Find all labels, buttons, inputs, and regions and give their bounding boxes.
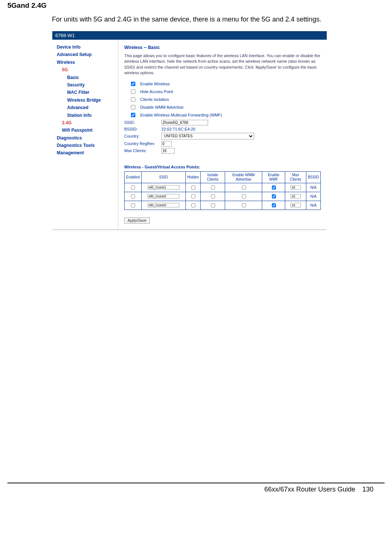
- country-label: Country:: [124, 134, 161, 138]
- page-footer: 66xx/67xx Router Users Guide 130: [7, 483, 385, 493]
- nav-basic[interactable]: Basic: [57, 74, 118, 81]
- disable-wmm-checkbox[interactable]: [131, 105, 135, 109]
- clients-isolation-checkbox[interactable]: [131, 97, 135, 102]
- section-heading: 5Gand 2.4G: [7, 0, 385, 10]
- enable-wireless-checkbox[interactable]: [131, 82, 135, 86]
- disable-wmm-label: Disable WMM Advertise: [140, 105, 184, 109]
- bssid-label: BSSID:: [124, 127, 161, 131]
- th-max-clients: Max Clients: [285, 171, 306, 183]
- vap-table: Enabled SSID Hidden Isolate Clients Enab…: [124, 171, 321, 210]
- row-hidden-checkbox[interactable]: [191, 194, 195, 198]
- ssid-label: SSID:: [124, 120, 161, 125]
- footer-guide-title: 66xx/67xx Router Users Guide: [264, 486, 355, 493]
- th-bssid: BSSID: [306, 171, 320, 183]
- nav-advanced-setup[interactable]: Advanced Setup: [57, 51, 118, 58]
- th-wmf: Enable WMF: [262, 171, 285, 183]
- nav-security[interactable]: Security: [57, 81, 118, 89]
- country-regrev-input[interactable]: [161, 141, 172, 147]
- row-ssid-input[interactable]: [148, 194, 179, 198]
- th-isolate: Isolate Clients: [201, 171, 225, 183]
- bssid-value: 22:02:71:6C:E4:20: [161, 127, 195, 131]
- country-select[interactable]: UNITED STATES: [161, 133, 254, 139]
- footer-page-number: 130: [362, 486, 373, 493]
- enable-wmf-label: Enable Wireless Multicast Forwarding (WM…: [140, 113, 222, 117]
- row-enabled-checkbox[interactable]: [131, 194, 135, 198]
- row-bssid: N/A: [306, 201, 320, 210]
- row-ssid-input[interactable]: [148, 185, 179, 190]
- max-clients-input[interactable]: [161, 148, 175, 154]
- row-wmf-checkbox[interactable]: [272, 194, 276, 198]
- row-isolate-checkbox[interactable]: [211, 194, 215, 198]
- ssid-input[interactable]: [161, 120, 208, 125]
- nav-diagnostics[interactable]: Diagnostics: [57, 134, 118, 142]
- th-hidden: Hidden: [185, 171, 201, 183]
- row-hidden-checkbox[interactable]: [191, 185, 195, 190]
- nav-mac-filter[interactable]: MAC Filter: [57, 89, 118, 96]
- hide-ap-checkbox[interactable]: [131, 89, 135, 94]
- nav-diagnostics-tools[interactable]: Diagnostics Tools: [57, 142, 118, 149]
- intro-text: For units with 5G and 2.4G in the same d…: [52, 16, 385, 23]
- th-ssid: SSID: [141, 171, 185, 183]
- row-max-input[interactable]: [290, 185, 301, 190]
- nav-management[interactable]: Management: [57, 149, 118, 157]
- nav-wireless[interactable]: Wireless: [57, 59, 118, 66]
- content-title: Wireless -- Basic: [124, 45, 321, 50]
- table-row: N/A: [125, 183, 321, 192]
- nav-wireless-bridge[interactable]: Wireless Bridge: [57, 96, 118, 104]
- row-wmmadv-checkbox[interactable]: [242, 194, 246, 198]
- window-title-bar: 6768-W1: [52, 31, 327, 40]
- row-bssid: N/A: [306, 192, 320, 201]
- enable-wmf-checkbox[interactable]: [131, 113, 135, 117]
- row-ssid-input[interactable]: [148, 203, 179, 207]
- row-enabled-checkbox[interactable]: [131, 203, 135, 207]
- row-hidden-checkbox[interactable]: [191, 203, 195, 207]
- row-isolate-checkbox[interactable]: [211, 185, 215, 190]
- enable-wireless-label: Enable Wireless: [140, 82, 169, 86]
- nav-wifi-passpoint[interactable]: Wifi Passpoint: [57, 126, 118, 134]
- clients-isolation-label: Clients Isolation: [140, 97, 169, 102]
- hide-ap-label: Hide Access Point: [140, 89, 173, 94]
- router-screenshot: 6768-W1 Device Info Advanced Setup Wirel…: [52, 31, 327, 230]
- row-wmmadv-checkbox[interactable]: [242, 185, 246, 190]
- nav-5g[interactable]: 5G: [57, 66, 118, 73]
- row-enabled-checkbox[interactable]: [131, 185, 135, 190]
- row-wmf-checkbox[interactable]: [272, 185, 276, 190]
- content-pane: Wireless -- Basic This page allows you t…: [118, 40, 327, 230]
- nav-advanced[interactable]: Advanced: [57, 104, 118, 111]
- row-max-input[interactable]: [290, 203, 301, 207]
- content-description: This page allows you to configure basic …: [124, 53, 321, 76]
- nav-24g[interactable]: 2.4G: [57, 119, 118, 126]
- row-isolate-checkbox[interactable]: [211, 203, 215, 207]
- table-row: N/A: [125, 192, 321, 201]
- row-wmmadv-checkbox[interactable]: [242, 203, 246, 207]
- nav-station-info[interactable]: Station Info: [57, 112, 118, 119]
- apply-save-button[interactable]: Apply/Save: [124, 217, 150, 224]
- vap-title: Wireless - Guest/Virtual Access Points:: [124, 165, 321, 169]
- country-regrev-label: Country RegRev: [124, 141, 161, 146]
- row-max-input[interactable]: [290, 194, 301, 198]
- table-row: N/A: [125, 201, 321, 210]
- th-enabled: Enabled: [125, 171, 142, 183]
- sidebar-nav: Device Info Advanced Setup Wireless 5G B…: [52, 40, 118, 230]
- row-bssid: N/A: [306, 183, 320, 192]
- nav-device-info[interactable]: Device Info: [57, 43, 118, 51]
- row-wmf-checkbox[interactable]: [272, 203, 276, 207]
- th-wmm-adv: Enable WMM Advertise: [225, 171, 262, 183]
- max-clients-label: Max Clients:: [124, 148, 161, 153]
